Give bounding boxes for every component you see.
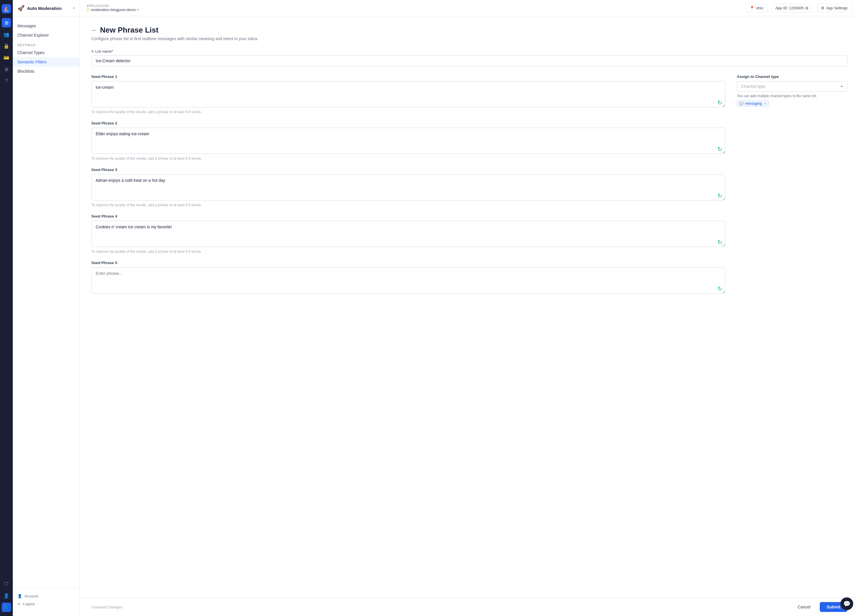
seed-5-wrap: ↻: [91, 267, 725, 295]
brand-icon[interactable]: ⛵: [2, 4, 11, 13]
tag-messaging-icon: 💬: [739, 102, 743, 106]
page-title: New Phrase List: [100, 26, 158, 34]
gear-icon: ⚙: [821, 6, 825, 10]
channel-hint: You can add multiple channel types to th…: [737, 94, 847, 98]
copy-icon[interactable]: ⧉: [806, 6, 808, 11]
page-content: ← New Phrase List Configure phrase list …: [80, 16, 859, 616]
sidebar-settings-label: SETTINGS: [13, 40, 80, 48]
topbar-region[interactable]: 📍 ohio: [746, 4, 767, 12]
seed-1-hint: To improve the quality of the results, a…: [91, 110, 725, 114]
chat-bubble[interactable]: 💬: [840, 597, 853, 610]
seed-phrase-1: Seed Phrase 1 ice-cream ↻ To improve the…: [91, 75, 725, 114]
nav-icon-help[interactable]: ?: [2, 76, 11, 86]
assign-section: Assign to Channel type Channel type mess…: [737, 75, 847, 107]
seed-4-refresh-button[interactable]: ↻: [717, 239, 722, 245]
seed-3-refresh-button[interactable]: ↻: [717, 193, 722, 199]
seed-1-label: Seed Phrase 1: [91, 75, 725, 79]
assign-channel-col: Assign to Channel type Channel type mess…: [737, 75, 847, 302]
channel-type-select[interactable]: Channel type messaging: [737, 81, 847, 92]
seed-phrases-col: Seed Phrase 1 ice-cream ↻ To improve the…: [91, 75, 725, 302]
seed-5-refresh-button[interactable]: ↻: [717, 286, 722, 292]
nav-icon-person[interactable]: 👤: [2, 591, 11, 600]
nav-icon-users[interactable]: 👥: [2, 30, 11, 39]
nav-icon-automod[interactable]: 🔵: [2, 603, 11, 612]
app-settings-button[interactable]: ⚙ App Settings: [817, 4, 852, 12]
page-back-row: ← New Phrase List: [91, 26, 847, 34]
sidebar-item-channel-types[interactable]: Channel Types: [13, 48, 80, 57]
sidebar-chevron-icon[interactable]: ▾: [73, 6, 75, 10]
sidebar-logo-icon: 🚀: [17, 5, 25, 12]
bottom-bar: Unsaved Changes Cancel Submit: [80, 598, 859, 616]
main-area: APPLICATION ⟨⟩ moderation-blogpost-demo …: [80, 0, 859, 616]
seed-4-hint: To improve the quality of the results, a…: [91, 250, 725, 253]
seed-5-textarea[interactable]: [91, 267, 725, 294]
list-name-input[interactable]: [91, 55, 847, 66]
app-dropdown-icon[interactable]: ▾: [137, 8, 139, 12]
nav-icon-moderation[interactable]: 🛡: [2, 579, 11, 589]
sidebar-bottom: 👤 Account ↩ Logout: [13, 588, 80, 611]
chat-bubble-icon: 💬: [843, 600, 851, 607]
logout-label: Logout: [23, 602, 34, 606]
logout-icon: ↩: [17, 602, 21, 606]
tag-messaging-label: messaging: [745, 102, 762, 106]
topbar: APPLICATION ⟨⟩ moderation-blogpost-demo …: [80, 0, 859, 16]
sidebar-nav: Messages Channel Explorer SETTINGS Chann…: [13, 17, 80, 81]
sidebar-item-blocklists[interactable]: Blocklists: [13, 67, 80, 76]
cancel-button[interactable]: Cancel: [792, 602, 816, 612]
nav-icon-card[interactable]: 💳: [2, 53, 11, 62]
topbar-app-label: APPLICATION: [87, 5, 139, 8]
list-name-section: ≡ List name*: [91, 49, 847, 66]
nav-icon-dashboard[interactable]: ⊞: [2, 18, 11, 27]
seed-2-wrap: Elder enjoys eating ice-cream ↻: [91, 128, 725, 155]
assign-section-title: Assign to Channel type: [737, 75, 847, 79]
two-col-layout: Seed Phrase 1 ice-cream ↻ To improve the…: [91, 75, 847, 302]
sidebar-title: Auto Moderation: [27, 6, 62, 11]
sidebar-item-semantic-filters[interactable]: Semantic Filters: [13, 57, 80, 67]
channel-tags: 💬 messaging ×: [737, 100, 847, 107]
seed-1-wrap: ice-cream ↻: [91, 81, 725, 108]
seed-1-textarea[interactable]: ice-cream: [91, 81, 725, 107]
nav-icon-lock[interactable]: 🔒: [2, 41, 11, 51]
sidebar: 🚀 Auto Moderation ▾ Messages Channel Exp…: [13, 0, 80, 616]
seed-3-hint: To improve the quality of the results, a…: [91, 203, 725, 207]
tag-messaging-remove-button[interactable]: ×: [764, 102, 766, 106]
seed-2-textarea[interactable]: Elder enjoys eating ice-cream: [91, 128, 725, 154]
unsaved-text: Unsaved Changes: [91, 605, 122, 609]
icon-rail: ⛵ ⊞ 👥 🔒 💳 ⊞ ? 🛡 👤 🔵: [0, 0, 13, 616]
seed-phrase-4: Seed Phrase 4 Cookies n' cream ice cream…: [91, 214, 725, 253]
topbar-app-info: APPLICATION ⟨⟩ moderation-blogpost-demo …: [87, 5, 139, 12]
seed-phrase-3: Seed Phrase 3 Adnan enjoys a cold treat …: [91, 167, 725, 207]
list-name-label: ≡ List name*: [91, 49, 847, 53]
sidebar-bottom-account[interactable]: 👤 Account: [17, 592, 75, 600]
seed-4-label: Seed Phrase 4: [91, 214, 725, 219]
nav-icon-grid[interactable]: ⊞: [2, 64, 11, 74]
seed-3-wrap: Adnan enjoys a cold treat on a hot day ↻: [91, 174, 725, 202]
seed-4-wrap: Cookies n' cream ice cream is my favorit…: [91, 221, 725, 248]
seed-3-textarea[interactable]: Adnan enjoys a cold treat on a hot day: [91, 174, 725, 200]
seed-3-label: Seed Phrase 3: [91, 167, 725, 172]
account-label: Account: [24, 594, 38, 598]
seed-phrase-5: Seed Phrase 5 ↻: [91, 261, 725, 295]
channel-tag-messaging: 💬 messaging ×: [737, 100, 769, 107]
sidebar-bottom-logout[interactable]: ↩ Logout: [17, 600, 75, 608]
seed-4-textarea[interactable]: Cookies n' cream ice cream is my favorit…: [91, 221, 725, 247]
sidebar-item-channel-explorer[interactable]: Channel Explorer: [13, 31, 80, 40]
page-subtitle: Configure phrase list to find realtime m…: [91, 36, 847, 41]
seed-2-hint: To improve the quality of the results, a…: [91, 156, 725, 161]
seed-2-label: Seed Phrase 2: [91, 121, 725, 125]
sidebar-item-messages[interactable]: Messages: [13, 21, 80, 31]
seed-1-refresh-button[interactable]: ↻: [717, 100, 722, 106]
location-icon: 📍: [750, 6, 754, 10]
seed-5-label: Seed Phrase 5: [91, 261, 725, 265]
back-button[interactable]: ←: [91, 27, 97, 33]
list-icon: ≡: [91, 49, 94, 53]
seed-2-refresh-button[interactable]: ↻: [717, 146, 722, 152]
account-icon: 👤: [17, 594, 22, 598]
topbar-appid: App ID: 1230005 ⧉: [772, 4, 812, 13]
code-icon: ⟨⟩: [87, 8, 89, 12]
sidebar-header: 🚀 Auto Moderation ▾: [13, 5, 80, 17]
seed-phrase-2: Seed Phrase 2 Elder enjoys eating ice-cr…: [91, 121, 725, 161]
topbar-app-name: ⟨⟩ moderation-blogpost-demo ▾: [87, 8, 139, 12]
